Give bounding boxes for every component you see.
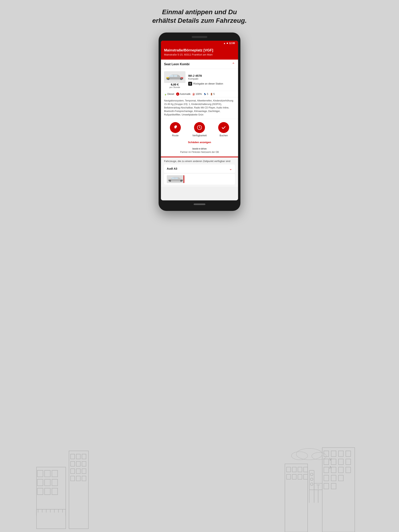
other-car-image-row	[164, 174, 235, 185]
doors-spec: 🚪 5	[210, 93, 215, 95]
svg-rect-0	[36, 467, 66, 529]
svg-rect-1	[37, 470, 43, 477]
route-circle	[170, 122, 181, 133]
page-headline: Einmal antippen und Du erhältst Details …	[152, 8, 247, 25]
svg-rect-8	[45, 488, 50, 495]
status-bar-icons: ▲ ■ 12:00	[223, 42, 235, 44]
svg-rect-3	[52, 470, 58, 477]
book-circle	[218, 122, 229, 133]
svg-rect-86	[181, 77, 183, 79]
app-header: Mainstraße/Börneplatz [VGF] Mainstraße 5…	[161, 46, 238, 60]
svg-rect-47	[346, 459, 351, 465]
wifi-icon: ▲	[223, 42, 225, 44]
return-station-icon: S	[188, 82, 192, 86]
car-price-amount: 6,00 €	[168, 83, 182, 86]
car-class: Kompakt	[188, 77, 235, 80]
svg-rect-26	[82, 462, 86, 466]
svg-rect-29	[82, 469, 86, 474]
availability-circle	[194, 122, 205, 133]
other-cars-section: Fahrzeuge, die zu einem anderen Zeitpunk…	[161, 157, 238, 187]
route-label: Route	[172, 134, 179, 137]
phone-home-button[interactable]	[194, 203, 205, 205]
svg-rect-79	[169, 75, 174, 77]
svg-rect-40	[324, 451, 329, 456]
seats-icon: 💺	[204, 93, 206, 95]
phone-frame: ▲ ■ 12:00 Mainstraße/Börneplatz [VGF] Ma…	[159, 32, 240, 211]
doors-icon: 🚪	[210, 93, 213, 95]
status-bar: ▲ ■ 12:00	[161, 41, 238, 46]
car-image	[164, 71, 186, 83]
svg-rect-2	[45, 470, 50, 477]
car-details: WI-J 4578 Kompakt S Rückgabe an dieser S…	[188, 74, 235, 86]
fuel-gauge-icon: ⛽	[193, 93, 195, 95]
svg-rect-85	[166, 77, 169, 79]
price-block: 6,00 € pro Stunde	[168, 83, 182, 89]
svg-rect-6	[52, 479, 58, 486]
svg-rect-80	[174, 75, 177, 77]
chevron-up-icon[interactable]: ⌃	[232, 62, 235, 66]
return-text: Rückgabe an dieser Station	[193, 82, 223, 85]
svg-rect-31	[76, 476, 80, 481]
other-car-name-audi: Audi A3	[167, 167, 177, 170]
seats-spec: 💺 5	[204, 93, 208, 95]
svg-text:∨: ∨	[329, 456, 332, 462]
station-address: Mainstraße 5-15, 60311 Frankfurt am Main	[164, 53, 235, 56]
svg-line-90	[200, 127, 200, 128]
headline-line2: erhältst Details zum Fahrzeug.	[152, 17, 247, 24]
svg-rect-53	[331, 475, 336, 481]
station-name: Mainstraße/Börneplatz [VGF]	[164, 48, 235, 52]
battery-icon: ■	[227, 42, 228, 44]
svg-rect-44	[324, 459, 329, 465]
svg-rect-33	[309, 470, 314, 490]
svg-rect-24	[71, 462, 75, 466]
svg-rect-4	[37, 479, 43, 486]
svg-rect-96	[175, 177, 178, 179]
partner-name: book-n-drive	[164, 147, 235, 151]
svg-rect-28	[76, 469, 80, 474]
svg-rect-60	[298, 467, 302, 472]
svg-rect-20	[69, 451, 89, 529]
car-features: Navigationssystem, Tempomat, Allwetterre…	[161, 97, 238, 119]
audi-image	[167, 175, 184, 183]
price-label: pro Stunde	[168, 86, 182, 89]
svg-rect-64	[298, 474, 302, 479]
svg-rect-58	[287, 467, 291, 472]
car-plate: WI-J 4578	[188, 74, 235, 77]
chevron-down-icon-audi: ⌄	[229, 166, 232, 171]
svg-point-100	[180, 180, 182, 181]
screen-content: Seat Leon Kombi ⌃	[161, 60, 238, 187]
phone-speaker	[192, 36, 207, 38]
svg-text:∧: ∧	[329, 465, 332, 470]
car-card-title: Seat Leon Kombi	[164, 63, 190, 66]
headline-line1: Einmal antippen und Du	[162, 8, 237, 16]
other-cars-title: Fahrzeuge, die zu einem anderen Zeitpunk…	[164, 160, 235, 163]
partner-info: book-n-drive Partner im Flinkster-Netzwe…	[161, 146, 238, 157]
svg-rect-41	[331, 451, 336, 456]
svg-point-36	[310, 483, 313, 485]
svg-rect-23	[82, 454, 86, 459]
fuel-level-spec: ⛽ 100%	[193, 93, 202, 95]
svg-rect-50	[338, 467, 343, 473]
book-button[interactable]: Buchen	[218, 122, 229, 137]
svg-point-69	[291, 452, 308, 460]
damages-link[interactable]: Schäden anzeigen	[161, 140, 238, 146]
svg-rect-46	[338, 459, 343, 465]
svg-rect-9	[52, 488, 58, 495]
svg-rect-61	[303, 467, 308, 472]
availability-button[interactable]: Verfügbarkeit	[192, 122, 206, 137]
svg-point-70	[312, 453, 326, 460]
svg-rect-95	[171, 177, 174, 179]
svg-rect-52	[324, 475, 329, 481]
svg-rect-59	[292, 467, 296, 472]
transmission-spec: H Automatik	[176, 93, 191, 96]
svg-rect-63	[292, 474, 296, 479]
svg-rect-71	[314, 483, 322, 490]
svg-rect-39	[322, 448, 355, 532]
availability-label: Verfügbarkeit	[192, 134, 206, 137]
svg-rect-27	[71, 469, 75, 474]
svg-rect-62	[287, 474, 291, 479]
svg-rect-22	[76, 454, 80, 459]
route-button[interactable]: Route	[170, 122, 181, 137]
svg-rect-56	[331, 483, 336, 489]
other-car-item-audi[interactable]: Audi A3 ⌄	[164, 165, 235, 173]
